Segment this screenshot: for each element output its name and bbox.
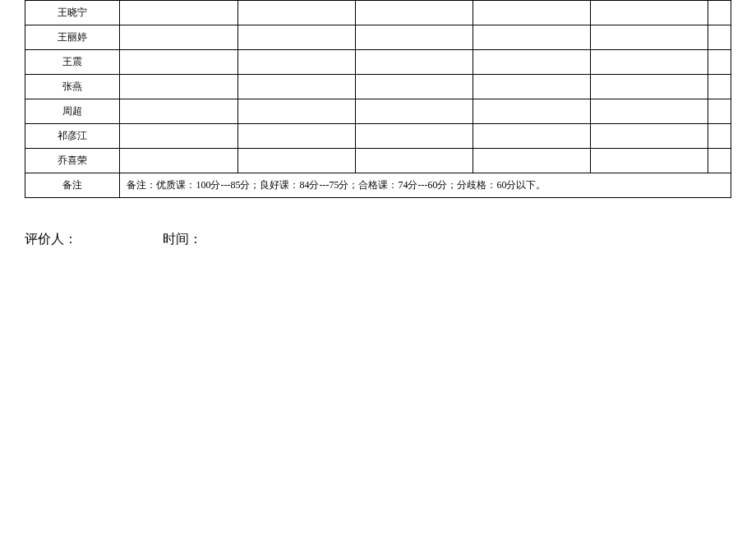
data-cell [355, 99, 472, 124]
data-cell [472, 99, 590, 124]
name-cell: 周超 [25, 99, 120, 124]
data-cell [591, 149, 708, 173]
data-cell [708, 1, 731, 25]
name-cell: 王震 [25, 50, 120, 75]
data-cell [355, 124, 472, 149]
data-cell [708, 75, 731, 99]
data-cell [472, 75, 590, 99]
table-row: 张燕 [25, 75, 731, 99]
data-cell [237, 149, 355, 173]
table-row: 乔喜荣 [25, 149, 731, 173]
name-cell: 乔喜荣 [25, 149, 120, 173]
data-cell [472, 25, 590, 50]
evaluation-table: 王晓宁 王丽婷 王震 [25, 0, 731, 198]
table-row: 王震 [25, 50, 731, 75]
footer: 评价人： 时间： [25, 231, 731, 248]
table-row: 周超 [25, 99, 731, 124]
data-cell [120, 124, 237, 149]
data-cell [237, 124, 355, 149]
note-content-cell: 备注：优质课：100分---85分；良好课：84分---75分；合格课：74分-… [120, 173, 731, 198]
data-cell [355, 149, 472, 173]
data-cell [472, 50, 590, 75]
data-cell [355, 50, 472, 75]
data-cell [472, 124, 590, 149]
data-cell [472, 149, 590, 173]
table-row: 王丽婷 [25, 25, 731, 50]
table-row: 王晓宁 [25, 1, 731, 25]
name-cell: 张燕 [25, 75, 120, 99]
data-cell [591, 25, 708, 50]
name-cell: 王丽婷 [25, 25, 120, 50]
note-label-cell: 备注 [25, 173, 120, 198]
data-cell [591, 75, 708, 99]
data-cell [355, 75, 472, 99]
data-cell [591, 50, 708, 75]
data-cell [120, 25, 237, 50]
data-cell [237, 75, 355, 99]
data-cell [120, 1, 237, 25]
data-cell [237, 99, 355, 124]
data-cell [708, 99, 731, 124]
name-cell: 祁彦江 [25, 124, 120, 149]
data-cell [237, 50, 355, 75]
data-cell [120, 75, 237, 99]
data-cell [472, 1, 590, 25]
data-cell [120, 99, 237, 124]
data-cell [591, 124, 708, 149]
data-cell [708, 25, 731, 50]
time-label: 时间： [163, 231, 202, 248]
data-cell [708, 149, 731, 173]
data-cell [708, 50, 731, 75]
data-cell [237, 1, 355, 25]
data-cell [591, 99, 708, 124]
evaluation-table-container: 王晓宁 王丽婷 王震 [25, 0, 731, 198]
data-cell [355, 25, 472, 50]
data-cell [120, 149, 237, 173]
data-cell [355, 1, 472, 25]
name-cell: 王晓宁 [25, 1, 120, 25]
data-cell [120, 50, 237, 75]
evaluator-label: 评价人： [25, 231, 77, 248]
data-cell [708, 124, 731, 149]
table-row: 祁彦江 [25, 124, 731, 149]
note-row: 备注 备注：优质课：100分---85分；良好课：84分---75分；合格课：7… [25, 173, 731, 198]
data-cell [591, 1, 708, 25]
data-cell [237, 25, 355, 50]
